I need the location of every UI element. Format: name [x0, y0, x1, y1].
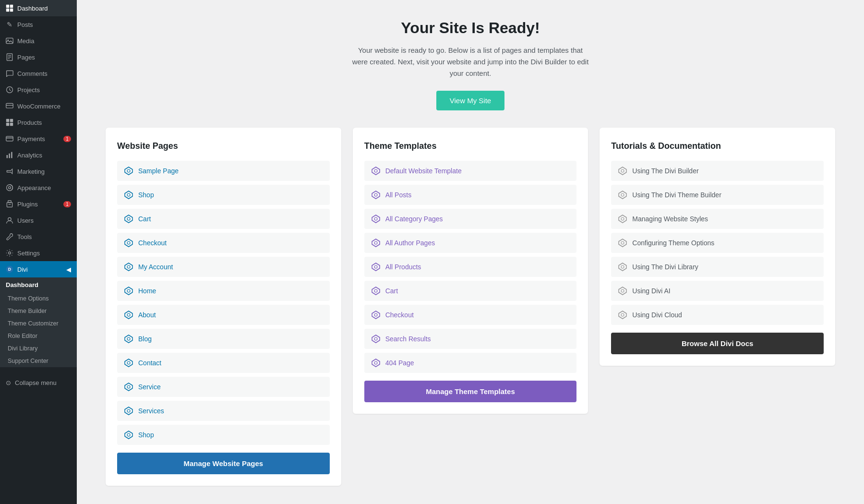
collapse-icon: ⊙: [6, 379, 11, 386]
template-link-author-pages[interactable]: All Author Pages: [364, 233, 577, 253]
page-link-about[interactable]: About: [117, 305, 330, 325]
sidebar-item-appearance[interactable]: Appearance: [0, 180, 77, 196]
sidebar-item-marketing[interactable]: Marketing: [0, 163, 77, 180]
svg-point-49: [374, 337, 377, 340]
sidebar-item-settings-label: Settings: [17, 250, 40, 257]
template-link-search-results[interactable]: Search Results: [364, 329, 577, 349]
svg-rect-11: [6, 103, 13, 108]
submenu-item-support-center[interactable]: Support Center: [0, 355, 77, 367]
sidebar-item-payments[interactable]: Payments 1: [0, 131, 77, 147]
svg-rect-12: [6, 119, 9, 122]
divi-submenu: Dashboard Theme Options Theme Builder Th…: [0, 277, 77, 367]
posts-icon: ✎: [6, 21, 13, 28]
sidebar-item-tools-label: Tools: [17, 233, 32, 240]
svg-point-45: [374, 241, 377, 244]
collapse-menu-button[interactable]: ⊙ Collapse menu: [0, 375, 77, 391]
submenu-item-theme-customizer[interactable]: Theme Customizer: [0, 317, 77, 330]
template-link-404[interactable]: 404 Page: [364, 353, 577, 373]
sidebar-item-appearance-label: Appearance: [17, 184, 51, 192]
sidebar-item-dashboard-label: Dashboard: [17, 5, 48, 12]
template-link-all-posts[interactable]: All Posts: [364, 185, 577, 205]
analytics-icon: [6, 151, 13, 159]
page-link-blog[interactable]: Blog: [117, 329, 330, 349]
svg-point-41: [127, 433, 130, 436]
divi-icon: D: [6, 265, 13, 273]
svg-point-22: [9, 187, 11, 189]
sidebar-item-divi-label: Divi: [17, 266, 28, 273]
sidebar-item-posts[interactable]: ✎ Posts: [0, 16, 77, 33]
submenu-item-theme-builder[interactable]: Theme Builder: [0, 305, 77, 317]
media-icon: [6, 37, 13, 45]
template-link-default[interactable]: Default Website Template: [364, 161, 577, 181]
submenu-item-role-editor[interactable]: Role Editor: [0, 330, 77, 342]
theme-templates-title: Theme Templates: [364, 141, 577, 151]
page-link-shop[interactable]: Shop: [117, 185, 330, 205]
svg-rect-1: [10, 5, 13, 8]
settings-icon: [6, 249, 13, 257]
sidebar-item-comments[interactable]: Comments: [0, 65, 77, 82]
sidebar-item-pages[interactable]: Pages: [0, 49, 77, 65]
template-link-checkout[interactable]: Checkout: [364, 305, 577, 325]
submenu-item-divi-library[interactable]: Divi Library: [0, 342, 77, 355]
sidebar-item-projects[interactable]: Projects: [0, 82, 77, 98]
template-link-all-products[interactable]: All Products: [364, 257, 577, 277]
main-content: Your Site Is Ready! Your website is read…: [77, 0, 864, 504]
template-link-cart[interactable]: Cart: [364, 281, 577, 301]
browse-divi-docs-button[interactable]: Browse All Divi Docs: [611, 333, 824, 354]
svg-point-26: [8, 217, 11, 220]
manage-website-pages-button[interactable]: Manage Website Pages: [117, 453, 330, 474]
sidebar-item-dashboard[interactable]: Dashboard: [0, 0, 77, 16]
page-link-sample-page[interactable]: Sample Page: [117, 161, 330, 181]
sidebar-item-products[interactable]: Products: [0, 114, 77, 131]
view-site-button[interactable]: View My Site: [436, 91, 504, 110]
divi-chevron-icon: ◀: [66, 266, 71, 273]
sidebar-item-comments-label: Comments: [17, 70, 48, 77]
theme-templates-card: Theme Templates Default Website Template…: [353, 128, 588, 414]
sidebar-item-woocommerce[interactable]: WooCommerce: [0, 98, 77, 114]
sidebar-item-divi[interactable]: D Divi ◀: [0, 261, 77, 277]
page-link-services[interactable]: Services: [117, 401, 330, 421]
manage-theme-templates-button[interactable]: Manage Theme Templates: [364, 381, 577, 402]
page-link-my-account[interactable]: My Account: [117, 257, 330, 277]
svg-point-53: [621, 217, 624, 220]
sidebar-item-tools[interactable]: Tools: [0, 228, 77, 245]
svg-point-50: [374, 361, 377, 364]
page-subtitle: Your website is ready to go. Below is a …: [350, 45, 590, 79]
tools-icon: [6, 233, 13, 240]
sidebar-item-settings[interactable]: Settings: [0, 245, 77, 261]
svg-point-35: [127, 289, 130, 292]
page-link-contact[interactable]: Contact: [117, 353, 330, 373]
page-link-home[interactable]: Home: [117, 281, 330, 301]
page-link-cart[interactable]: Cart: [117, 209, 330, 229]
sidebar-item-media[interactable]: Media: [0, 33, 77, 49]
payments-badge: 1: [63, 136, 71, 142]
sidebar-item-posts-label: Posts: [17, 21, 33, 28]
sidebar-item-analytics-label: Analytics: [17, 152, 42, 159]
sidebar: Dashboard ✎ Posts Media Pages Comments P…: [0, 0, 77, 504]
svg-rect-19: [9, 154, 10, 158]
submenu-item-theme-options[interactable]: Theme Options: [0, 292, 77, 305]
sidebar-item-users[interactable]: Users: [0, 212, 77, 228]
svg-point-51: [621, 169, 624, 172]
page-link-service[interactable]: Service: [117, 377, 330, 397]
svg-rect-20: [11, 152, 12, 158]
sidebar-item-plugins[interactable]: Plugins 1: [0, 196, 77, 212]
svg-point-54: [621, 241, 624, 244]
sidebar-item-analytics[interactable]: Analytics: [0, 147, 77, 163]
svg-rect-15: [10, 123, 13, 126]
svg-rect-3: [10, 9, 13, 12]
submenu-header: Dashboard: [0, 277, 77, 292]
page-link-shop2[interactable]: Shop: [117, 425, 330, 445]
template-link-category-pages[interactable]: All Category Pages: [364, 209, 577, 229]
tutorials-title: Tutorials & Documentation: [611, 141, 824, 151]
svg-rect-18: [7, 155, 8, 158]
svg-point-57: [621, 313, 624, 316]
tutorial-item-divi-library: Using The Divi Library: [611, 257, 824, 277]
projects-icon: [6, 86, 13, 94]
page-header: Your Site Is Ready! Your website is read…: [106, 19, 835, 110]
page-link-checkout[interactable]: Checkout: [117, 233, 330, 253]
plugins-badge: 1: [63, 201, 71, 207]
svg-text:D: D: [8, 267, 11, 272]
svg-point-36: [127, 313, 130, 316]
tutorial-item-theme-options: Configuring Theme Options: [611, 233, 824, 253]
